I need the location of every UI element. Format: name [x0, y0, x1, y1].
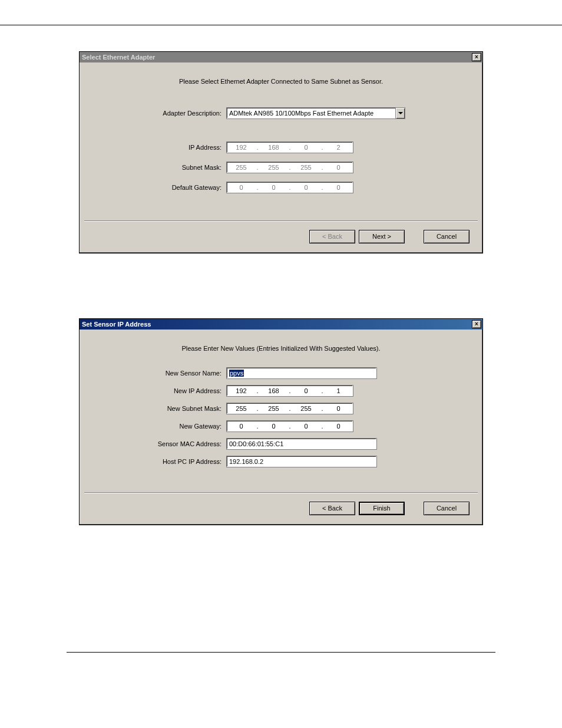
close-icon[interactable]: × [472, 320, 481, 328]
new-sensor-name-label: New Sensor Name: [95, 370, 226, 377]
instruction-text: Please Enter New Values (Entries Initial… [95, 345, 467, 352]
instruction-text: Please Select Ethernet Adapter Connected… [95, 78, 467, 85]
new-ip-address-input[interactable]: 192. 168. 0. 1 [226, 385, 353, 397]
host-pc-ip-input[interactable]: 192.168.0.2 [226, 456, 377, 467]
subnet-mask-field: 255. 255. 255. 0 [226, 162, 353, 173]
dialog-title: Set Sensor IP Address [82, 321, 151, 328]
subnet-mask-label: Subnet Mask: [95, 164, 226, 171]
button-row: < Back Next > Cancel [80, 222, 482, 253]
new-gateway-label: New Gateway: [95, 423, 226, 430]
default-gateway-field: 0. 0. 0. 0 [226, 182, 353, 193]
adapter-description-value: ADMtek AN985 10/100Mbps Fast Ethernet Ad… [227, 108, 395, 118]
cancel-button[interactable]: Cancel [424, 230, 470, 243]
back-button[interactable]: < Back [309, 502, 355, 515]
back-button: < Back [309, 230, 355, 243]
adapter-description-label: Adapter Description: [95, 110, 226, 117]
host-pc-ip-label: Host PC IP Address: [95, 458, 226, 465]
close-icon[interactable]: × [472, 53, 481, 61]
new-ip-address-label: New IP Address: [95, 387, 226, 394]
ip-address-field: 192. 168. 0. 2 [226, 141, 353, 153]
titlebar[interactable]: Set Sensor IP Address × [80, 319, 482, 330]
new-sensor-name-value: ppvs [229, 370, 244, 377]
ip-address-label: IP Address: [95, 144, 226, 151]
new-subnet-mask-label: New Subnet Mask: [95, 405, 226, 412]
next-button[interactable]: Next > [359, 230, 405, 243]
default-gateway-label: Default Gateway: [95, 184, 226, 191]
titlebar[interactable]: Select Ethernet Adapter × [80, 52, 482, 62]
sensor-mac-address-value: 00:D0:66:01:55:C1 [229, 440, 283, 447]
adapter-description-dropdown[interactable]: ADMtek AN985 10/100Mbps Fast Ethernet Ad… [226, 107, 405, 119]
host-pc-ip-value: 192.168.0.2 [229, 458, 263, 465]
new-gateway-input[interactable]: 0. 0. 0. 0 [226, 420, 353, 432]
button-row: < Back Finish Cancel [80, 493, 482, 525]
set-sensor-ip-dialog: Set Sensor IP Address × Please Enter New… [79, 318, 483, 525]
cancel-button[interactable]: Cancel [424, 502, 470, 515]
sensor-mac-address-input[interactable]: 00:D0:66:01:55:C1 [226, 438, 377, 450]
new-subnet-mask-input[interactable]: 255. 255. 255. 0 [226, 403, 353, 414]
new-sensor-name-input[interactable]: ppvs [226, 367, 377, 379]
finish-button[interactable]: Finish [359, 502, 405, 515]
dialog-title: Select Ethernet Adapter [82, 54, 155, 61]
select-ethernet-adapter-dialog: Select Ethernet Adapter × Please Select … [79, 51, 483, 253]
sensor-mac-address-label: Sensor MAC Address: [95, 440, 226, 447]
chevron-down-icon[interactable] [395, 108, 405, 118]
